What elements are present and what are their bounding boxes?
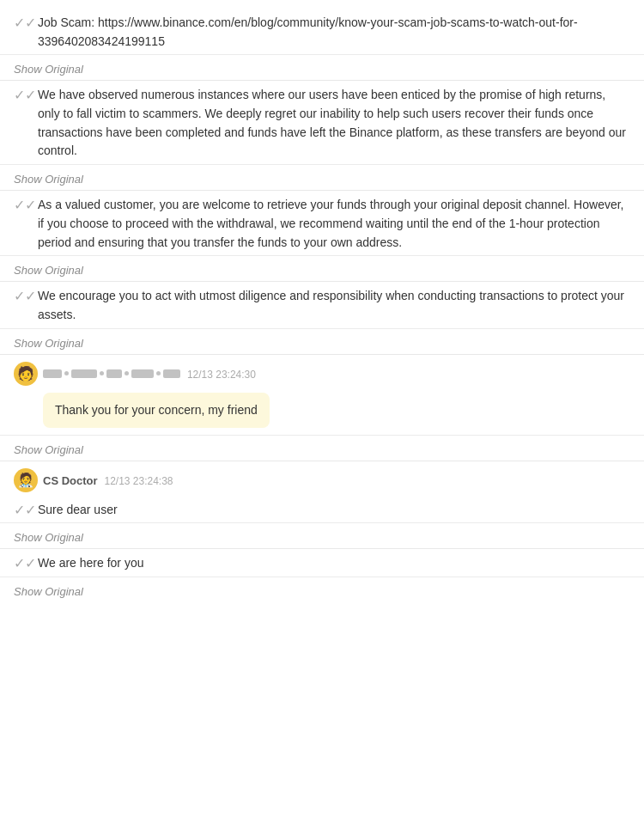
separator-3 — [0, 255, 644, 256]
check-icon-4: ✓✓ — [14, 288, 31, 304]
user-avatar-5: 🧑 — [14, 362, 38, 386]
check-icon-1: ✓✓ — [14, 15, 31, 31]
blur-dot-4 — [156, 371, 161, 375]
separator-4 — [0, 328, 644, 329]
show-original-3[interactable]: Show Original — [0, 259, 644, 281]
blur-dot-2 — [100, 371, 104, 375]
timestamp-5: 12/13 23:24:30 — [187, 369, 256, 381]
cs-doctor-avatar: 🧑‍⚕️ — [14, 468, 38, 492]
bubble-5: Thank you for your concern, my friend — [43, 393, 270, 428]
blur-3 — [106, 369, 122, 378]
message-text-1: Job Scam: https://www.binance.com/en/blo… — [38, 14, 630, 51]
message-text-2: We have observed numerous instances wher… — [38, 86, 630, 161]
show-original-6b[interactable]: Show Original — [0, 581, 644, 602]
chat-container: ✓✓ Job Scam: https://www.binance.com/en/… — [0, 0, 644, 611]
show-original-2[interactable]: Show Original — [0, 168, 644, 190]
blurred-username-5 — [43, 369, 180, 378]
separator-5 — [0, 435, 644, 436]
show-original-5[interactable]: Show Original — [0, 439, 644, 461]
blur-dot-1 — [64, 371, 69, 375]
user-identity-5: 12/13 23:24:30 — [43, 367, 256, 381]
show-original-4[interactable]: Show Original — [0, 333, 644, 354]
separator-2 — [0, 164, 644, 165]
blur-4 — [131, 369, 154, 378]
cs-doctor-text-1: Sure dear user — [38, 501, 630, 520]
cs-doctor-msg-1: ✓✓ Sure dear user — [0, 496, 644, 520]
message-block-4: ✓✓ We encourage you to act with utmost d… — [0, 282, 644, 324]
check-icon-6a: ✓✓ — [14, 502, 31, 518]
separator-6a — [0, 522, 644, 523]
cs-doctor-msg-2: ✓✓ We are here for you — [0, 549, 644, 573]
separator-1 — [0, 54, 644, 55]
show-original-6a[interactable]: Show Original — [0, 527, 644, 548]
message-block-2: ✓✓ We have observed numerous instances w… — [0, 81, 644, 161]
cs-doctor-name: CS Doctor — [43, 474, 98, 487]
message-text-4: We encourage you to act with utmost dili… — [38, 287, 630, 324]
message-block-3: ✓✓ As a valued customer, you are welcome… — [0, 191, 644, 252]
message-text-3: As a valued customer, you are welcome to… — [38, 196, 630, 252]
user-message-row-5: 🧑 12/13 23:24:30 — [0, 355, 644, 389]
cs-doctor-identity: CS Doctor 12/13 23:24:38 — [43, 473, 173, 487]
blur-dot-3 — [125, 371, 129, 375]
message-block-1: ✓✓ Job Scam: https://www.binance.com/en/… — [0, 9, 644, 51]
user-message-row-6: 🧑‍⚕️ CS Doctor 12/13 23:24:38 — [0, 461, 644, 496]
cs-doctor-timestamp: 12/13 23:24:38 — [104, 475, 173, 487]
cs-doctor-text-2: We are here for you — [38, 554, 630, 573]
show-original-1[interactable]: Show Original — [0, 58, 644, 80]
check-icon-2: ✓✓ — [14, 87, 31, 103]
blur-5 — [163, 369, 180, 378]
separator-6b — [0, 577, 644, 577]
check-icon-6b: ✓✓ — [14, 555, 31, 571]
blur-1 — [43, 369, 62, 378]
blur-2 — [71, 369, 97, 378]
check-icon-3: ✓✓ — [14, 197, 31, 213]
